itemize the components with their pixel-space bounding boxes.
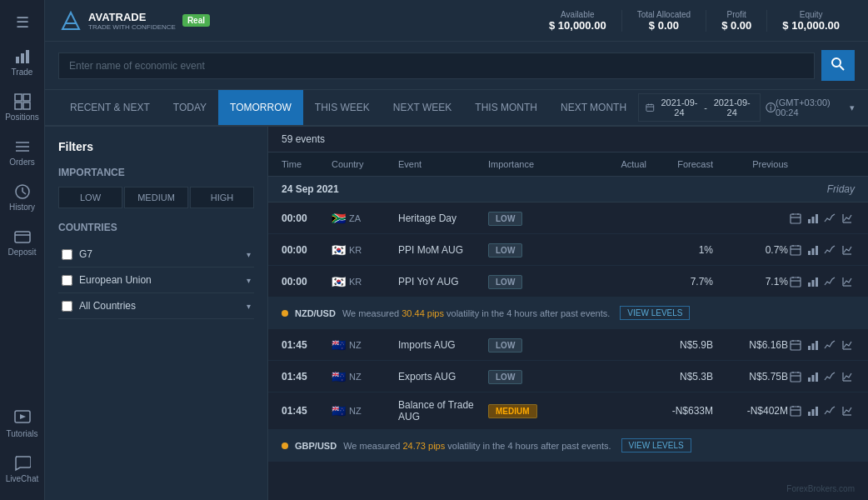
tab-recent-next[interactable]: RECENT & NEXT (58, 90, 162, 125)
svg-line-12 (22, 192, 26, 194)
line-chart-icon[interactable] (823, 242, 838, 258)
svg-rect-2 (26, 50, 29, 63)
calendar-action-icon[interactable] (788, 242, 803, 258)
filter-eu[interactable]: European Union ▾ (58, 268, 254, 293)
line-chart-icon[interactable] (823, 211, 838, 226)
all-countries-checkbox[interactable] (62, 301, 72, 312)
sidebar-item-tutorials[interactable]: Tutorials (0, 402, 44, 447)
bar-chart-icon[interactable] (806, 211, 821, 226)
importance-high-btn[interactable]: HIGH (190, 187, 254, 208)
notice-pair: NZD/USD (295, 308, 336, 318)
country-flag: 🇿🇦 (332, 212, 346, 225)
calendar-action-icon[interactable] (788, 274, 803, 289)
g7-checkbox[interactable] (62, 249, 72, 260)
country-flag: 🇰🇷 (332, 243, 346, 257)
notice-row: GBP/USD We measured 24.73 pips volatilit… (268, 430, 868, 462)
event-actions (788, 274, 855, 289)
sidebar-label-deposit: Deposit (8, 248, 37, 257)
line-chart-icon[interactable] (823, 274, 838, 289)
svg-point-17 (832, 58, 841, 67)
date-from: 2021-09-24 (659, 98, 701, 118)
trend-icon[interactable] (840, 369, 855, 384)
importance-medium-btn[interactable]: MEDIUM (124, 187, 188, 208)
view-levels-button[interactable]: VIEW LEVELS (621, 438, 691, 452)
tab-this-week[interactable]: THIS WEEK (303, 90, 382, 125)
table-row: 00:00 🇿🇦 ZA Heritage Day LOW (268, 202, 868, 234)
event-actions (788, 338, 855, 352)
calendar-action-icon[interactable] (788, 338, 803, 352)
svg-rect-49 (811, 280, 814, 287)
col-header-event: Event (398, 159, 488, 169)
tab-today[interactable]: TODAY (162, 90, 218, 125)
bar-chart-icon[interactable] (806, 338, 821, 352)
date-to: 2021-09-24 (711, 98, 753, 118)
sidebar-item-trade[interactable]: Trade (0, 40, 44, 85)
event-actions (788, 242, 855, 258)
svg-rect-39 (808, 251, 811, 255)
importance-badge: MEDIUM (488, 404, 537, 418)
calendar-action-icon[interactable] (788, 369, 803, 384)
logo-name: AVATRADE (88, 11, 176, 23)
country-code: NZ (349, 340, 362, 350)
tab-tomorrow[interactable]: TOMORROW (218, 90, 303, 125)
view-levels-button[interactable]: VIEW LEVELS (620, 306, 690, 320)
eu-checkbox[interactable] (62, 275, 72, 286)
line-chart-icon[interactable] (823, 338, 838, 352)
sidebar-item-orders[interactable]: Orders (0, 130, 44, 175)
filter-g7[interactable]: G7 ▾ (58, 242, 254, 268)
search-button[interactable] (821, 50, 855, 81)
importance-badge: LOW (488, 275, 522, 289)
notice-indicator (282, 310, 288, 317)
date-range: 2021-09-24 - 2021-09-24 (638, 93, 776, 122)
calendar-action-icon[interactable] (788, 403, 803, 418)
events-count: 59 events (268, 127, 868, 152)
watermark: ForexBrokers.com (786, 484, 855, 493)
sidebar-item-livechat[interactable]: LiveChat (0, 447, 44, 492)
bar-chart-icon[interactable] (806, 242, 821, 258)
svg-rect-41 (816, 246, 818, 255)
tab-next-week[interactable]: NEXT WEEK (382, 90, 463, 125)
sidebar-item-history[interactable]: History (0, 175, 44, 220)
svg-rect-6 (23, 102, 30, 109)
search-icon (831, 58, 845, 71)
importance-badge: LOW (488, 370, 522, 384)
sidebar-item-deposit[interactable]: Deposit (0, 220, 44, 265)
event-forecast: N$5.3B (646, 371, 713, 382)
search-input[interactable] (58, 52, 815, 79)
line-chart-icon[interactable] (823, 403, 838, 418)
calendar-action-icon[interactable] (788, 211, 803, 226)
date-range-button[interactable]: 2021-09-24 - 2021-09-24 (638, 93, 760, 122)
importance-low-btn[interactable]: LOW (58, 187, 122, 208)
table-header: Time Country Event Importance Actual For… (268, 152, 868, 177)
bar-chart-icon[interactable] (806, 274, 821, 289)
bar-chart-icon[interactable] (806, 403, 821, 418)
filter-all-countries[interactable]: All Countries ▾ (58, 293, 254, 319)
all-countries-label: All Countries (79, 300, 240, 312)
ava-logo-icon (58, 8, 83, 33)
event-name: PPI MoM AUG (398, 244, 488, 256)
tab-next-month[interactable]: NEXT MONTH (549, 90, 638, 125)
svg-rect-53 (791, 341, 801, 350)
sidebar-item-positions[interactable]: Positions (0, 85, 44, 130)
svg-rect-68 (816, 372, 818, 382)
trend-icon[interactable] (840, 338, 855, 352)
event-country: 🇰🇷 KR (332, 275, 398, 288)
svg-rect-26 (791, 214, 801, 223)
trend-icon[interactable] (840, 242, 855, 258)
sidebar-label-livechat: LiveChat (6, 474, 38, 483)
svg-rect-50 (816, 278, 818, 287)
tab-this-month[interactable]: THIS MONTH (463, 90, 549, 125)
svg-rect-0 (16, 57, 19, 63)
line-chart-icon[interactable] (823, 369, 838, 384)
event-country: 🇳🇿 NZ (332, 404, 398, 418)
svg-rect-57 (808, 346, 811, 350)
timezone-dropdown[interactable]: (GMT+03:00) 00:24 ▾ (776, 98, 855, 118)
trend-icon[interactable] (840, 403, 855, 418)
hamburger-menu[interactable]: ☰ (0, 8, 44, 40)
event-previous: N$5.75B (713, 371, 788, 382)
table-row: 01:45 🇳🇿 NZ Exports AUG LOW N$5.3B N$5.7… (268, 361, 868, 392)
trend-icon[interactable] (840, 211, 855, 226)
notice-pips: 30.44 pips (402, 308, 444, 318)
bar-chart-icon[interactable] (806, 369, 821, 384)
trend-icon[interactable] (840, 274, 855, 289)
